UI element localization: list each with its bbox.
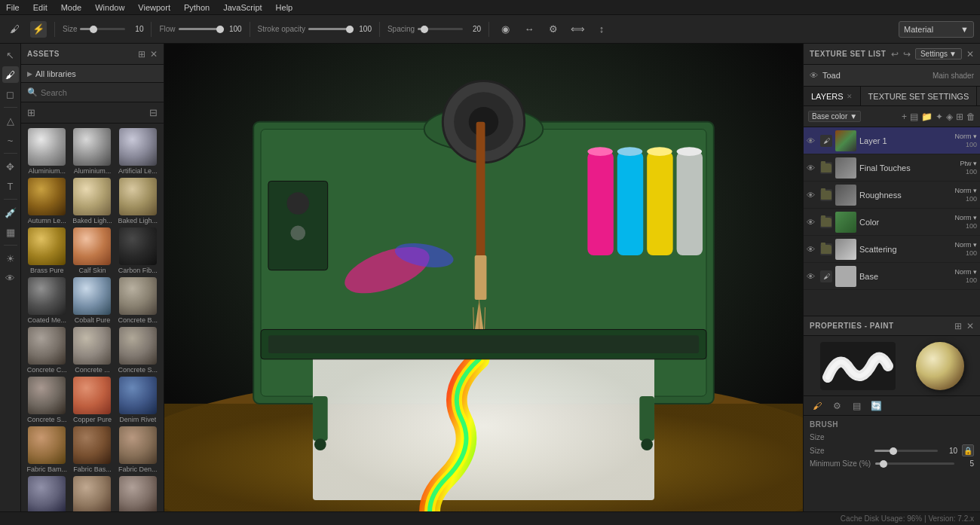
- flow-thumb[interactable]: [216, 26, 224, 33]
- tab-layers-close[interactable]: ✕: [847, 93, 853, 100]
- min-size-slider[interactable]: [875, 462, 954, 465]
- layer-visibility-icon[interactable]: 👁: [807, 218, 817, 227]
- tsl-undo-icon[interactable]: ↩: [891, 49, 899, 60]
- layer-row[interactable]: 👁🖌BaseNorm ▾100: [804, 263, 980, 290]
- channel-select[interactable]: Base color ▼: [808, 111, 861, 122]
- layer-instance-icon[interactable]: ⊞: [956, 111, 963, 122]
- layer-add-paint-icon[interactable]: +: [902, 111, 907, 122]
- prop-expand-icon[interactable]: ⊞: [954, 321, 962, 331]
- prop-brush-icon[interactable]: 🖌: [810, 398, 825, 414]
- tool-smudge[interactable]: ~: [2, 132, 19, 148]
- size-thumb[interactable]: [90, 26, 97, 33]
- tool-select[interactable]: ↖: [2, 47, 19, 63]
- material-item[interactable]: Baked Ligh...: [117, 178, 159, 224]
- material-item[interactable]: Aluminium...: [26, 128, 68, 175]
- material-item[interactable]: Aluminium...: [71, 128, 113, 175]
- tool-eraser[interactable]: ◻: [2, 86, 19, 102]
- prop-settings-icon[interactable]: ⚙: [829, 398, 844, 414]
- layer-visibility-icon[interactable]: 👁: [807, 163, 817, 172]
- material-item[interactable]: Baked Ligh...: [71, 178, 113, 224]
- menu-viewport[interactable]: Viewport: [136, 3, 172, 12]
- size-lock-button[interactable]: 🔒: [962, 444, 974, 456]
- grid-icon[interactable]: ⊟: [149, 107, 158, 118]
- tsl-close-icon[interactable]: ✕: [966, 49, 974, 60]
- tool-text[interactable]: T: [2, 178, 19, 194]
- assets-icon-close[interactable]: ✕: [150, 49, 158, 60]
- tool-paint[interactable]: 🖌: [2, 66, 19, 83]
- material-dropdown[interactable]: Material ▼: [899, 21, 974, 38]
- prop-close-icon[interactable]: ✕: [966, 321, 974, 331]
- stroke-opacity-slider[interactable]: [308, 28, 354, 30]
- material-item[interactable]: Calf Skin: [71, 227, 113, 274]
- material-item[interactable]: Concrete C...: [26, 327, 68, 374]
- material-item[interactable]: Coated Me...: [26, 277, 68, 324]
- stroke-opacity-thumb[interactable]: [346, 26, 354, 33]
- assets-icon-expand[interactable]: ⊞: [138, 49, 145, 60]
- tab-layers[interactable]: LAYERS ✕: [804, 87, 861, 105]
- menu-edit[interactable]: Edit: [32, 3, 49, 12]
- layer-visibility-icon[interactable]: 👁: [807, 191, 817, 200]
- size-slider[interactable]: [874, 450, 938, 452]
- layer-visibility-icon[interactable]: 👁: [807, 245, 817, 254]
- material-item[interactable]: Fabric Knit...: [26, 476, 68, 511]
- tool-view[interactable]: 👁: [2, 270, 19, 286]
- material-item[interactable]: Concrete S...: [26, 377, 68, 423]
- tool-polygon[interactable]: △: [2, 112, 19, 129]
- layer-delete-icon[interactable]: 🗑: [966, 111, 975, 122]
- min-size-thumb[interactable]: [880, 460, 887, 468]
- tsl-row[interactable]: 👁 Toad Main shader: [804, 65, 980, 86]
- tool-distance[interactable]: ↔: [521, 21, 537, 38]
- tool-gradient[interactable]: ▦: [2, 224, 19, 240]
- tool-color-pick[interactable]: 💉: [2, 204, 19, 221]
- material-item[interactable]: Autumn Le...: [26, 178, 68, 224]
- layer-add-fill-icon[interactable]: ▤: [910, 111, 918, 122]
- layer-row[interactable]: 👁Final TouchesPtw ▾100: [804, 154, 980, 182]
- tool-env[interactable]: ☀: [2, 250, 19, 267]
- layer-add-folder-icon[interactable]: 📁: [921, 111, 933, 122]
- layer-row[interactable]: 👁RoughnessNorm ▾100: [804, 182, 980, 209]
- material-item[interactable]: Concrete S...: [117, 327, 159, 374]
- material-item[interactable]: Concrete B...: [117, 277, 159, 324]
- material-item[interactable]: Fabric Rou...: [71, 476, 113, 511]
- size-slider-thumb[interactable]: [890, 447, 897, 455]
- material-item[interactable]: Brass Pure: [26, 227, 68, 274]
- spacing-slider[interactable]: [418, 28, 463, 30]
- layer-row[interactable]: 👁🖌Layer 1Norm ▾100: [804, 127, 980, 154]
- tool-circle[interactable]: ◉: [497, 21, 513, 38]
- prop-fx-icon[interactable]: 🔄: [868, 398, 884, 414]
- material-item[interactable]: Fabric Rou...: [117, 476, 159, 511]
- material-item[interactable]: Carbon Fib...: [117, 227, 159, 274]
- filter-icon[interactable]: ⊞: [27, 107, 35, 118]
- tsl-redo-icon[interactable]: ↪: [903, 49, 911, 60]
- tool-flip-v[interactable]: ↕: [593, 21, 610, 38]
- material-item[interactable]: Artificial Le...: [117, 128, 159, 175]
- menu-javascript[interactable]: JavaScript: [222, 3, 263, 12]
- layer-channels-icon[interactable]: ◈: [946, 111, 953, 122]
- menu-mode[interactable]: Mode: [60, 3, 84, 12]
- paint-brush-tool[interactable]: 🖌: [6, 21, 23, 38]
- tool-options[interactable]: ⚙: [545, 21, 562, 38]
- material-item[interactable]: Fabric Bam...: [26, 426, 68, 473]
- prop-layers-icon[interactable]: ▤: [849, 398, 864, 414]
- flow-slider[interactable]: [179, 28, 224, 30]
- menu-window[interactable]: Window: [93, 3, 126, 12]
- layer-visibility-icon[interactable]: 👁: [807, 272, 817, 281]
- current-tool[interactable]: ⚡: [30, 21, 47, 38]
- material-item[interactable]: Cobalt Pure: [71, 277, 113, 324]
- material-item[interactable]: Fabric Bas...: [71, 426, 113, 473]
- size-slider[interactable]: [80, 28, 125, 30]
- menu-python[interactable]: Python: [182, 3, 211, 12]
- lib-header[interactable]: ▶ All libraries: [21, 65, 164, 83]
- layer-row[interactable]: 👁ScatteringNorm ▾100: [804, 236, 980, 263]
- tool-transform[interactable]: ✥: [2, 158, 19, 175]
- material-item[interactable]: Concrete ...: [71, 327, 113, 374]
- color-sphere[interactable]: [916, 342, 964, 390]
- canvas-area[interactable]: [164, 44, 803, 511]
- material-item[interactable]: Copper Pure: [71, 377, 113, 423]
- layer-visibility-icon[interactable]: 👁: [807, 136, 817, 145]
- search-input[interactable]: [41, 88, 158, 97]
- spacing-thumb[interactable]: [421, 26, 428, 33]
- tab-texture-set-settings[interactable]: TEXTURE SET SETTINGS: [861, 87, 978, 105]
- menu-file[interactable]: File: [5, 3, 21, 12]
- material-item[interactable]: Denim Rivet: [117, 377, 159, 423]
